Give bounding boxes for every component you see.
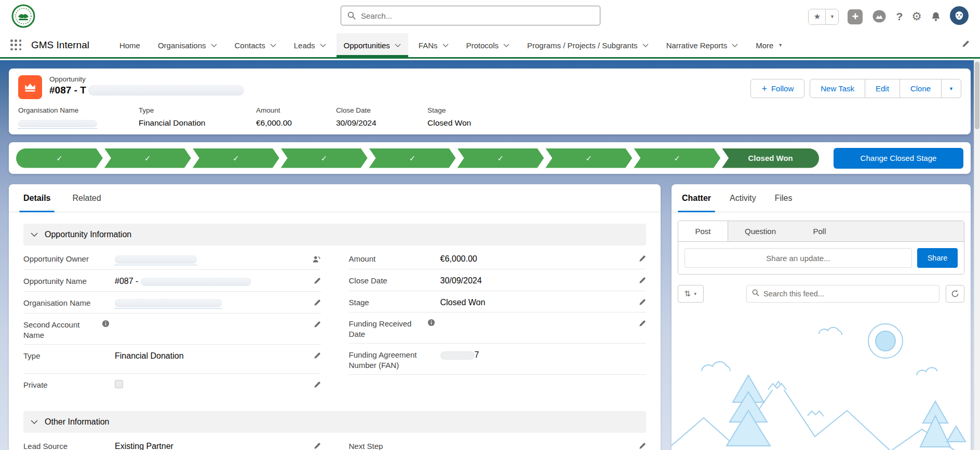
edit-pencil-icon[interactable]: [308, 320, 321, 329]
info-icon[interactable]: [102, 320, 110, 330]
edit-pencil-icon[interactable]: [634, 319, 646, 328]
chevron-down-icon[interactable]: [211, 44, 217, 47]
organisation-link-redacted[interactable]: [115, 299, 222, 309]
path-stage-completed[interactable]: ✓: [369, 148, 456, 168]
chevron-down-icon[interactable]: [442, 44, 449, 47]
field-label: Amount: [349, 254, 435, 264]
scrollbar-thumb[interactable]: [975, 62, 979, 129]
tab-related[interactable]: Related: [72, 184, 101, 212]
redacted-title: [88, 85, 244, 96]
new-task-button[interactable]: New Task: [810, 79, 865, 98]
nav-tab-label: Narrative Reports: [666, 41, 728, 50]
edit-nav-pencil-icon[interactable]: [961, 40, 970, 50]
path-stage-completed[interactable]: ✓: [16, 148, 103, 168]
edit-pencil-icon[interactable]: [634, 254, 646, 263]
edit-button[interactable]: Edit: [865, 79, 900, 98]
nav-tab-fans[interactable]: FANs: [411, 33, 456, 57]
field-lead-source: Lead Source Existing Partner: [23, 435, 321, 450]
chevron-down-icon[interactable]: [320, 44, 326, 47]
global-search[interactable]: [341, 6, 600, 25]
section-other-information[interactable]: Other Information: [23, 411, 646, 433]
vertical-scrollbar[interactable]: [974, 60, 980, 450]
organisation-name-link-redacted[interactable]: [18, 120, 97, 129]
trailhead-icon[interactable]: [871, 9, 887, 24]
chevron-down-icon: [31, 420, 38, 424]
tab-chatter[interactable]: Chatter: [682, 184, 711, 212]
path-stage-completed[interactable]: ✓: [634, 148, 720, 168]
chevron-down-icon[interactable]: [503, 44, 509, 47]
field-organisation-name: Organisation Name: [23, 292, 321, 314]
nav-tab-label: Programs / Projects / Subgrants: [527, 41, 638, 50]
private-checkbox[interactable]: [115, 380, 123, 388]
tab-activity[interactable]: Activity: [730, 184, 756, 212]
nav-tab-leads[interactable]: Leads: [287, 33, 333, 57]
path-stage-completed[interactable]: ✓: [545, 148, 632, 168]
favorites-star-icon[interactable]: ★: [809, 9, 826, 24]
record-title: #087 - T: [49, 85, 244, 96]
path-stage-completed[interactable]: ✓: [193, 148, 279, 168]
feed-sort-button[interactable]: ⇅ ▼: [678, 285, 704, 303]
field-value: Closed Won: [440, 297, 634, 308]
publisher-tab-poll[interactable]: Poll: [793, 221, 847, 241]
path-stage-current[interactable]: Closed Won: [722, 148, 819, 168]
nav-tab-home[interactable]: Home: [112, 33, 147, 57]
share-update-input[interactable]: [684, 248, 912, 268]
follow-button[interactable]: + Follow: [750, 79, 804, 98]
field-label: Private: [23, 380, 110, 390]
tab-files[interactable]: Files: [775, 184, 793, 212]
clone-button[interactable]: Clone: [900, 79, 942, 98]
change-owner-icon[interactable]: [308, 254, 321, 264]
feed-search[interactable]: [746, 285, 939, 303]
owner-link-redacted[interactable]: [115, 255, 197, 265]
path-stage-completed[interactable]: ✓: [457, 148, 544, 168]
app-launcher-icon[interactable]: [10, 39, 22, 51]
nav-tab-narrative-reports[interactable]: Narrative Reports: [659, 33, 746, 57]
info-icon[interactable]: [427, 319, 435, 329]
notifications-bell-icon[interactable]: [931, 11, 941, 22]
change-closed-stage-button[interactable]: Change Closed Stage: [834, 148, 963, 169]
chevron-down-icon[interactable]: [732, 44, 738, 47]
search-icon: [347, 11, 356, 20]
edit-pencil-icon[interactable]: [308, 298, 321, 307]
more-actions-caret-button[interactable]: ▼: [942, 79, 961, 98]
feed-search-input[interactable]: [763, 290, 934, 298]
setup-gear-icon[interactable]: ⚙: [911, 10, 922, 23]
chevron-down-icon[interactable]: [395, 44, 401, 47]
field-opportunity-name: Opportunity Name #087 -: [23, 270, 321, 292]
favorites-caret-icon[interactable]: ▼: [826, 9, 838, 24]
favorites-button[interactable]: ★ ▼: [808, 9, 839, 25]
nav-tab-more[interactable]: More▼: [748, 33, 790, 57]
edit-pencil-icon[interactable]: [634, 441, 646, 450]
edit-pencil-icon[interactable]: [308, 380, 321, 389]
chevron-down-icon[interactable]: [642, 44, 649, 47]
edit-pencil-icon[interactable]: [308, 441, 321, 450]
record-title-text: #087 - T: [49, 85, 86, 96]
section-opportunity-information[interactable]: Opportunity Information: [23, 224, 646, 246]
help-icon[interactable]: ?: [896, 10, 903, 23]
publisher-tab-question[interactable]: Question: [728, 221, 793, 241]
path-stage-completed[interactable]: ✓: [104, 148, 191, 168]
plus-icon: +: [852, 11, 859, 22]
nav-tab-protocols[interactable]: Protocols: [459, 33, 517, 57]
highlight-organisation-name: Organisation Name: [18, 106, 139, 129]
global-actions-button[interactable]: +: [848, 9, 863, 24]
nav-tab-contacts[interactable]: Contacts: [227, 33, 284, 57]
path-stage-completed[interactable]: ✓: [281, 148, 368, 168]
publisher-tab-post[interactable]: Post: [678, 221, 728, 241]
edit-pencil-icon[interactable]: [308, 351, 321, 360]
chevron-down-icon[interactable]: [270, 44, 276, 47]
user-avatar[interactable]: [950, 6, 969, 27]
highlight-label: Type: [139, 106, 256, 114]
nav-tab-opportunities[interactable]: Opportunities: [337, 33, 408, 57]
nav-tab-organisations[interactable]: Organisations: [151, 33, 224, 57]
global-header: ★ ▼ + ? ⚙: [0, 0, 980, 33]
feed-refresh-button[interactable]: [946, 285, 964, 303]
global-search-input[interactable]: [361, 11, 594, 20]
tab-details[interactable]: Details: [23, 184, 50, 212]
edit-pencil-icon[interactable]: [308, 276, 321, 285]
nav-tab-programs-projects-subgrants[interactable]: Programs / Projects / Subgrants: [520, 33, 656, 57]
highlight-value: Closed Won: [427, 118, 471, 128]
share-button[interactable]: Share: [917, 248, 958, 268]
edit-pencil-icon[interactable]: [634, 276, 646, 284]
edit-pencil-icon[interactable]: [634, 297, 646, 306]
